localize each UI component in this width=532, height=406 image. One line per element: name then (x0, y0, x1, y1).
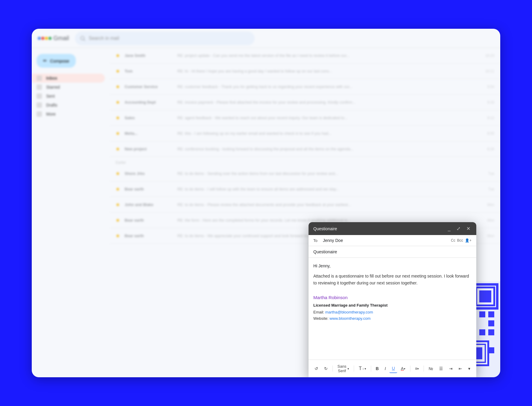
table-row[interactable]: ★ Tom RE: hi - Hi there I hope you are h… (110, 63, 500, 79)
compose-header-actions: _ ⤢ ✕ (447, 225, 471, 232)
table-row[interactable]: ★ Melia... RE: this - I am following up … (110, 126, 500, 141)
numbered-list-button[interactable]: № (426, 364, 436, 373)
bullet-list-button[interactable]: ☰ (437, 364, 445, 373)
add-recipient-button[interactable]: 👤+ (465, 238, 471, 243)
drafts-icon (37, 102, 42, 108)
star-icon[interactable]: ★ (116, 99, 120, 105)
email-date: Mon (476, 234, 494, 238)
signature-name: Martha Robinson (313, 294, 471, 301)
compose-body[interactable]: Hi Jenny, Attached is a questionnaire to… (309, 258, 476, 360)
gmail-sidebar: ✏ Compose Inbox Starred Sent Draft (32, 48, 110, 377)
table-row[interactable]: ★ New project RE: conference booking - l… (110, 141, 500, 157)
indent-button[interactable]: ⇥ (447, 364, 455, 373)
italic-button[interactable]: I (382, 364, 388, 373)
table-row[interactable]: ★ Jane Smith RE: project update - Can yo… (110, 48, 500, 63)
text-color-dropdown: ▾ (404, 367, 405, 370)
email-preview: RE: to do items - Sending over the actio… (177, 171, 471, 176)
bcc-button[interactable]: Bcc (457, 238, 463, 243)
sidebar-inbox-label: Inbox (46, 76, 57, 81)
sidebar-item-more[interactable]: More (32, 110, 105, 119)
sidebar-drafts-label: Drafts (46, 103, 57, 107)
toolbar-separator-1 (332, 366, 333, 372)
outdent-button[interactable]: ⇤ (456, 364, 465, 373)
signature-title: Licensed Marriage and Family Therapist (313, 302, 471, 309)
email-preview: RE: project update - Can you send me the… (177, 53, 471, 58)
compose-header: Questionaire _ ⤢ ✕ (309, 222, 476, 235)
indent-icon: ⇥ (449, 366, 453, 371)
table-row[interactable]: ★ Shore Jrks RE: to do items - Sending o… (110, 166, 500, 181)
gmail-label: Gmail (53, 35, 69, 42)
sender-name: Jane Smith (125, 53, 173, 58)
bold-button[interactable]: B (373, 364, 381, 373)
sidebar-item-starred[interactable]: Starred (32, 83, 105, 92)
star-icon[interactable]: ★ (116, 202, 120, 207)
logo-dot-red (41, 37, 44, 40)
email-preview: RE: agent feedback - We wanted to reach … (177, 116, 471, 120)
star-icon[interactable]: ★ (116, 68, 120, 74)
numbered-list-icon: № (429, 366, 433, 371)
star-icon[interactable]: ★ (116, 131, 120, 136)
sidebar-item-inbox[interactable]: Inbox (32, 74, 105, 83)
more-options-icon: ▾ (468, 366, 470, 371)
sender-name: Bear earth (125, 187, 173, 191)
sender-name: Shore Jrks (125, 171, 173, 176)
table-row[interactable]: ★ Accounting Dept RE: invoice payment - … (110, 95, 500, 110)
font-size-button[interactable]: T ↕ ▾ (356, 364, 368, 373)
to-input[interactable] (323, 238, 448, 243)
table-row[interactable]: ★ John and Blake RE: to do items - Pleas… (110, 197, 500, 213)
cc-bcc-area: Cc Bcc 👤+ (451, 238, 471, 243)
sidebar-item-sent[interactable]: Sent (32, 92, 105, 101)
star-icon[interactable]: ★ (116, 171, 120, 176)
cc-button[interactable]: Cc (451, 238, 455, 243)
compose-plus-icon: ✏ (43, 58, 47, 63)
signature-email-link[interactable]: martha@bloomtherapy.com (325, 310, 373, 314)
font-size-label: T (359, 366, 362, 371)
sender-name: Accounting Dept (125, 100, 173, 104)
subject-input[interactable] (313, 249, 471, 254)
star-icon[interactable]: ★ (116, 186, 120, 192)
close-button[interactable]: ✕ (465, 225, 471, 232)
sidebar-item-drafts[interactable]: Drafts (32, 101, 105, 110)
table-row[interactable]: ★ Sales RE: agent feedback - We wanted t… (110, 110, 500, 126)
logo-dot-green (49, 37, 52, 40)
outer-frame: Gmail Search in mail ✏ Compose (26, 23, 506, 383)
align-button[interactable]: ≡ ▾ (412, 364, 421, 373)
email-date: Tue (476, 187, 494, 191)
underline-button[interactable]: U (389, 364, 397, 373)
redo-button[interactable]: ↻ (322, 364, 330, 373)
star-icon[interactable]: ★ (116, 84, 120, 90)
sender-name: Customer Service (125, 84, 173, 89)
table-row[interactable]: ★ Bear earth RE: to do items - I will fo… (110, 181, 500, 197)
italic-icon: I (385, 366, 386, 371)
star-icon[interactable]: ★ (116, 115, 120, 121)
minimize-button[interactable]: _ (447, 225, 452, 232)
maximize-button[interactable]: ⤢ (455, 225, 462, 232)
email-preview: RE: to do items - I will follow up with … (177, 187, 471, 191)
more-options-button[interactable]: ▾ (466, 364, 473, 373)
font-family-button[interactable]: Sans Serif ▾ (335, 362, 352, 375)
svg-line-1 (84, 39, 85, 41)
email-preview: RE: this - I am following up on my earli… (177, 131, 471, 136)
star-icon[interactable]: ★ (116, 217, 120, 223)
svg-rect-35 (479, 329, 485, 335)
toolbar-separator-3 (371, 366, 371, 372)
undo-button[interactable]: ↺ (312, 364, 321, 373)
search-bar[interactable]: Search in mail (75, 31, 255, 45)
star-icon[interactable]: ★ (116, 233, 120, 239)
svg-rect-36 (488, 329, 494, 335)
star-icon[interactable]: ★ (116, 146, 120, 152)
font-size-arrow: ▾ (365, 367, 366, 370)
body-greeting: Hi Jenny, (313, 263, 471, 269)
table-row[interactable]: ★ Customer Service RE: customer feedback… (110, 79, 500, 95)
text-color-button[interactable]: A ▾ (398, 364, 407, 373)
signature-website-link[interactable]: www.bloomtherapy.com (330, 316, 371, 321)
star-icon[interactable]: ★ (116, 53, 120, 58)
compose-label: Compose (50, 58, 69, 63)
sender-name: John and Blake (125, 202, 173, 207)
svg-point-0 (81, 36, 84, 40)
email-preview: RE: invoice payment - Please find attach… (177, 100, 471, 104)
sender-name: Tom (125, 69, 173, 73)
compose-button[interactable]: ✏ Compose (37, 54, 76, 68)
browser-window: Gmail Search in mail ✏ Compose (32, 29, 500, 377)
email-date: Tue (476, 172, 494, 176)
